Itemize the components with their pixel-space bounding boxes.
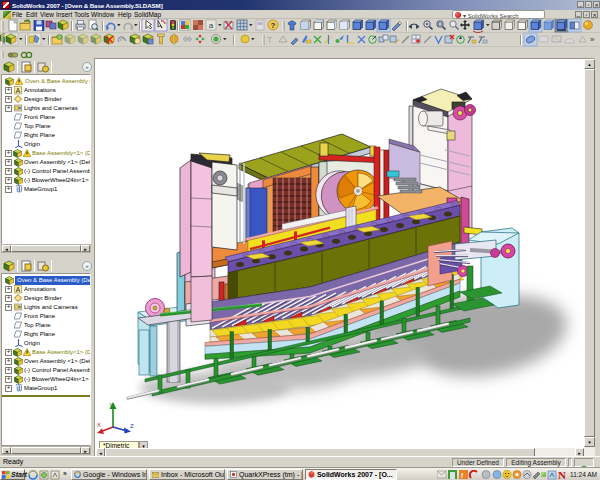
svg-text:Y: Y (109, 402, 113, 408)
svg-text:N: N (558, 470, 566, 480)
svg-text:Z: Z (130, 423, 134, 429)
svg-text:»: » (590, 35, 595, 44)
svg-text:T: T (267, 35, 273, 45)
svg-text:X: X (97, 422, 101, 428)
svg-text:a: a (209, 21, 214, 30)
svg-text:?: ? (271, 21, 276, 30)
